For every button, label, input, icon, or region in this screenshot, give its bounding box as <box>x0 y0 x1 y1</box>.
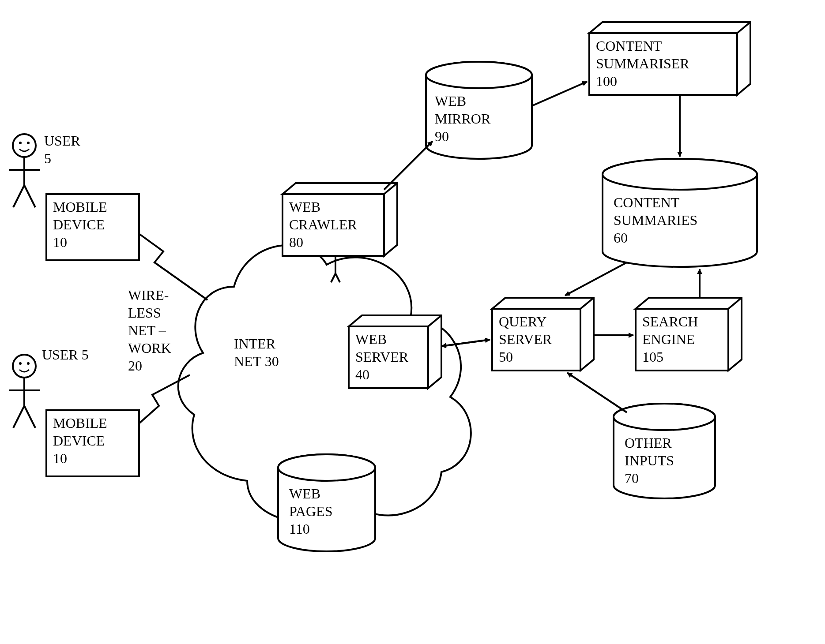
svg-text:SERVER: SERVER <box>355 349 409 365</box>
svg-point-7 <box>13 355 36 378</box>
web-server: WEB SERVER 40 <box>349 315 441 388</box>
svg-text:WEB: WEB <box>435 93 466 109</box>
svg-point-0 <box>13 134 36 157</box>
svg-point-38 <box>426 62 532 88</box>
wireless-network-label: WIRE- LESS NET – WORK 20 <box>128 287 171 374</box>
svg-text:NET –: NET – <box>128 322 166 338</box>
user-1-label: USER <box>44 133 80 149</box>
svg-text:WEB: WEB <box>289 199 320 215</box>
svg-line-78 <box>567 373 627 412</box>
svg-text:ENGINE: ENGINE <box>642 331 695 347</box>
svg-text:60: 60 <box>614 230 628 246</box>
svg-text:CRAWLER: CRAWLER <box>289 217 358 232</box>
svg-line-73 <box>532 82 587 106</box>
search-engine: SEARCH ENGINE 105 <box>636 298 742 371</box>
svg-line-75 <box>565 262 627 296</box>
svg-text:10: 10 <box>53 450 67 466</box>
svg-text:105: 105 <box>642 349 663 365</box>
svg-text:20: 20 <box>128 358 142 374</box>
svg-text:WEB: WEB <box>355 331 387 347</box>
svg-text:LESS: LESS <box>128 305 161 321</box>
svg-point-68 <box>278 454 375 481</box>
svg-line-12 <box>13 406 24 428</box>
svg-text:QUERY: QUERY <box>499 314 546 329</box>
svg-line-5 <box>13 185 24 207</box>
svg-text:DEVICE: DEVICE <box>53 217 105 232</box>
other-inputs: OTHER INPUTS 70 <box>614 404 715 498</box>
svg-text:WORK: WORK <box>128 340 171 356</box>
internet-line1: INTER <box>234 336 276 352</box>
svg-text:DEVICE: DEVICE <box>53 433 105 449</box>
svg-line-6 <box>24 185 35 207</box>
svg-text:70: 70 <box>625 470 639 486</box>
web-pages: WEB PAGES 110 <box>278 454 375 551</box>
svg-text:110: 110 <box>289 521 310 537</box>
svg-text:SERVER: SERVER <box>499 331 552 347</box>
svg-text:90: 90 <box>435 128 449 144</box>
content-summaries: CONTENT SUMMARIES 60 <box>603 159 757 267</box>
svg-text:40: 40 <box>355 367 369 382</box>
user-2-label: USER 5 <box>42 347 89 363</box>
svg-text:PAGES: PAGES <box>289 503 332 519</box>
web-mirror: WEB MIRROR 90 <box>426 62 532 159</box>
svg-text:OTHER: OTHER <box>625 435 672 451</box>
architecture-diagram: USER 5 USER 5 MOBILE DEVICE 10 MOBILE DE… <box>0 0 825 644</box>
svg-point-1 <box>19 142 22 144</box>
svg-line-13 <box>24 406 35 428</box>
svg-text:80: 80 <box>289 234 303 250</box>
internet-line2: NET 30 <box>234 353 279 369</box>
user-1-number: 5 <box>44 150 51 166</box>
svg-line-72 <box>384 141 433 190</box>
svg-text:SUMMARIES: SUMMARIES <box>614 212 697 228</box>
svg-text:MIRROR: MIRROR <box>435 111 491 127</box>
svg-text:WEB: WEB <box>289 486 320 502</box>
web-crawler: WEB CRAWLER 80 <box>283 183 397 256</box>
svg-line-82 <box>331 273 335 282</box>
svg-point-9 <box>27 362 30 365</box>
query-server: QUERY SERVER 50 <box>492 298 594 371</box>
svg-point-48 <box>603 159 757 190</box>
svg-text:100: 100 <box>596 73 617 89</box>
svg-text:INPUTS: INPUTS <box>625 453 674 468</box>
svg-point-2 <box>27 142 30 144</box>
svg-text:CONTENT: CONTENT <box>614 195 680 210</box>
svg-line-80 <box>441 340 490 346</box>
svg-text:10: 10 <box>53 234 67 250</box>
svg-text:SUMMARISER: SUMMARISER <box>596 56 689 71</box>
mobile-device-1: MOBILE DEVICE 10 <box>46 194 139 260</box>
svg-text:WIRE-: WIRE- <box>128 287 169 303</box>
svg-line-83 <box>335 273 340 282</box>
svg-text:MOBILE: MOBILE <box>53 415 107 431</box>
svg-text:50: 50 <box>499 349 513 365</box>
svg-point-63 <box>614 404 715 430</box>
mobile-device-2: MOBILE DEVICE 10 <box>46 410 139 476</box>
svg-text:MOBILE: MOBILE <box>53 199 107 215</box>
svg-text:SEARCH: SEARCH <box>642 314 698 329</box>
svg-text:CONTENT: CONTENT <box>596 38 662 54</box>
content-summariser: CONTENT SUMMARISER 100 <box>589 22 750 95</box>
svg-point-8 <box>19 362 22 365</box>
